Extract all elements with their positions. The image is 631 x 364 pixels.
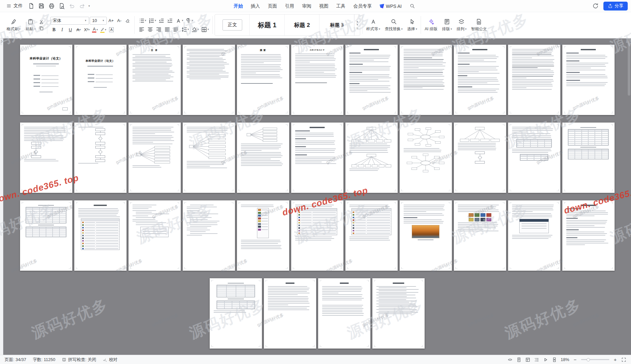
outline-view-icon[interactable] [534, 357, 539, 362]
page-thumbnail-3[interactable]: 目 录 [129, 45, 181, 115]
highlight-button[interactable]: ▾ [100, 26, 107, 34]
grow-font-button[interactable]: A+ [107, 17, 115, 24]
format-painter-button[interactable]: 格式刷▾ [4, 18, 23, 33]
align-center-button[interactable] [146, 26, 154, 33]
print-preview-button[interactable] [57, 2, 66, 11]
page-thumbnail-30[interactable] [400, 200, 452, 271]
bold-button[interactable]: B [50, 26, 58, 34]
page-thumbnail-8[interactable] [400, 45, 452, 115]
page-thumbnail-27[interactable] [237, 200, 289, 271]
page-thumbnail-14[interactable] [129, 123, 181, 193]
page-thumbnail-10[interactable] [508, 45, 560, 115]
italic-button[interactable]: I [58, 26, 66, 34]
page-thumbnail-25[interactable] [129, 200, 181, 271]
shrink-font-button[interactable]: A- [116, 17, 123, 24]
tab-5[interactable]: 审阅 [298, 1, 315, 11]
page-thumbnail-26[interactable] [183, 200, 235, 271]
page-thumbnail-21[interactable] [508, 123, 560, 193]
eye-protection-icon[interactable] [507, 357, 513, 362]
style-item-1[interactable]: 正文 [215, 14, 250, 35]
bullets-button[interactable]: ▾ [138, 17, 147, 24]
gallery-up-icon[interactable]: ▲ [356, 20, 359, 23]
page-thumbnail-9[interactable] [454, 45, 506, 115]
zoom-level[interactable]: 18% [561, 357, 569, 362]
page-thumbnail-22[interactable] [562, 123, 615, 193]
align-distribute-button[interactable] [172, 26, 180, 33]
zoom-out-button[interactable]: − [573, 357, 577, 362]
proofread-button[interactable]: 校对 [103, 357, 117, 363]
align-justify-button[interactable] [163, 26, 171, 33]
save-button[interactable] [36, 2, 46, 11]
page-thumbnail-13[interactable] [74, 123, 127, 193]
page-thumbnail-33[interactable] [562, 200, 615, 271]
spell-check-status[interactable]: 拼写检查: 关闭 [62, 357, 96, 363]
tab-9[interactable]: WPS AI [376, 1, 405, 11]
navigation-pane-collapsed[interactable]: ❯ [0, 38, 3, 355]
ai-layout-button[interactable]: AI 排版 [422, 13, 440, 36]
page-thumbnail-15[interactable] [183, 123, 235, 193]
print-button[interactable] [47, 2, 56, 11]
style-item-2[interactable]: 标题 1 [250, 14, 285, 35]
tab-4[interactable]: 引用 [281, 1, 298, 11]
superscript-button[interactable]: X²▾ [83, 26, 91, 34]
paste-button[interactable]: 粘贴▾ [23, 18, 38, 33]
strikethrough-button[interactable]: A▾ [75, 26, 82, 34]
gallery-more-icon[interactable]: ☰ [356, 27, 359, 30]
page-thumbnail-7[interactable] [345, 45, 398, 115]
borders-button[interactable]: ▾ [200, 26, 209, 33]
tab-6[interactable]: 视图 [316, 1, 332, 11]
tab-8[interactable]: 会员专享 [350, 1, 375, 11]
page-thumbnail-36[interactable] [318, 278, 370, 349]
new-document-button[interactable] [26, 2, 36, 11]
font-family-select[interactable]: 宋体▾ [50, 17, 89, 25]
font-color-button[interactable]: A ▾ [91, 26, 99, 34]
page-thumbnail-5[interactable]: 摘 要 [237, 45, 289, 115]
copy-icon[interactable] [39, 26, 44, 31]
page-thumbnail-1[interactable]: 本科毕业设计（论文） [20, 45, 72, 115]
page-thumbnail-19[interactable] [400, 123, 452, 193]
page-thumbnail-16[interactable] [237, 123, 289, 193]
tab-2[interactable]: 插入 [247, 1, 264, 11]
align-right-button[interactable] [155, 26, 163, 33]
undo-button[interactable] [67, 2, 77, 11]
show-marks-button[interactable]: ▾ [184, 17, 194, 24]
cut-icon[interactable] [39, 19, 44, 25]
gallery-down-icon[interactable]: ▼ [356, 24, 359, 26]
line-spacing-button[interactable]: ▾ [180, 26, 190, 33]
styles-button[interactable]: 样式等▾ [364, 13, 382, 36]
zoom-slider-thumb[interactable] [587, 358, 590, 361]
page-thumbnail-12[interactable] [20, 123, 72, 193]
page-thumbnail-4[interactable] [183, 45, 235, 115]
page-thumbnail-6[interactable]: ABSTRACT [291, 45, 343, 115]
menu-search-button[interactable] [406, 1, 419, 11]
tab-1[interactable]: 开始 [230, 1, 246, 11]
page-thumbnail-11[interactable] [562, 45, 615, 115]
fullscreen-play-icon[interactable] [543, 357, 548, 362]
page-thumbnail-35[interactable] [264, 278, 316, 349]
vertical-scrollbar[interactable] [628, 40, 630, 96]
tab-7[interactable]: 工具 [333, 1, 349, 11]
page-thumbnail-31[interactable] [454, 200, 506, 271]
increase-indent-button[interactable] [166, 17, 174, 24]
tab-3[interactable]: 页面 [264, 1, 281, 11]
arrange-button[interactable]: 排列▾ [454, 13, 469, 36]
underline-button[interactable]: U [67, 26, 74, 34]
decrease-indent-button[interactable] [157, 17, 165, 24]
nav-expand-icon[interactable]: ❯ [0, 38, 3, 44]
page-thumbnail-23[interactable] [20, 200, 72, 271]
file-menu-button[interactable]: 文件 [3, 2, 26, 10]
page-thumbnail-20[interactable] [454, 123, 506, 193]
numbering-button[interactable]: ▾ [148, 17, 157, 24]
fit-page-icon[interactable] [552, 357, 557, 362]
quick-access-dropdown[interactable]: ▾ [87, 4, 91, 8]
font-size-select[interactable]: 10▾ [90, 17, 107, 25]
layout-button[interactable]: 排版▾ [440, 13, 454, 36]
find-replace-button[interactable]: 查找替换▾ [383, 13, 405, 36]
page-thumbnail-17[interactable] [291, 123, 343, 193]
style-item-4[interactable]: 标题 3 [319, 14, 354, 35]
page-thumbnail-24[interactable] [74, 200, 127, 271]
smart-doc-button[interactable]: 智能公文 [469, 13, 489, 36]
web-layout-icon[interactable] [525, 357, 530, 362]
page-thumbnail-32[interactable] [508, 200, 560, 271]
page-thumbnail-29[interactable] [345, 200, 398, 271]
